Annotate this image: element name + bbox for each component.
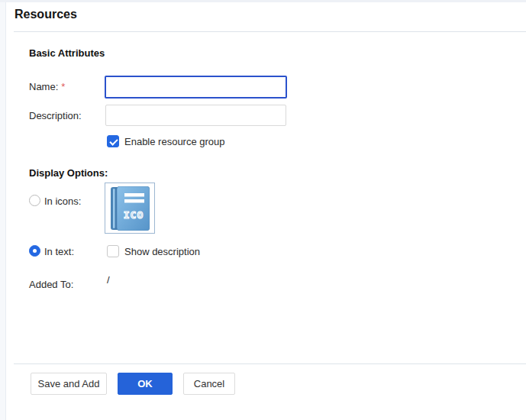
basic-attributes-heading: Basic Attributes [29, 47, 105, 59]
enable-resource-group-checkbox[interactable] [107, 135, 119, 147]
resource-icon-option[interactable]: ICO [105, 183, 155, 234]
page-title: Resources [15, 8, 77, 21]
footer-divider [14, 363, 526, 364]
in-text-radio[interactable] [29, 245, 40, 257]
save-and-add-button[interactable]: Save and Add [31, 373, 107, 395]
description-input[interactable] [105, 105, 286, 126]
display-options-heading: Display Options: [29, 167, 108, 179]
description-label: Description: [29, 110, 82, 121]
added-to-label: Added To: [29, 279, 73, 290]
resources-form-panel: Resources Basic Attributes Name:* Descri… [0, 0, 526, 420]
resource-book-icon: ICO [110, 186, 150, 231]
left-edge-strip [0, 2, 6, 420]
cancel-button[interactable]: Cancel [183, 373, 235, 395]
in-text-label[interactable]: In text: [44, 246, 74, 257]
required-asterisk: * [61, 81, 65, 92]
in-icons-label[interactable]: In icons: [44, 195, 81, 207]
header-divider [14, 31, 526, 32]
in-icons-radio[interactable] [29, 195, 40, 206]
show-description-label[interactable]: Show description [124, 246, 200, 257]
name-input[interactable] [105, 76, 287, 99]
name-label-text: Name: [29, 81, 58, 92]
top-edge-band [0, 0, 526, 2]
name-label: Name:* [29, 81, 65, 92]
icon-glyph-text: ICO [124, 209, 144, 221]
added-to-value: / [107, 274, 110, 286]
enable-resource-group-label[interactable]: Enable resource group [124, 136, 225, 147]
ok-button[interactable]: OK [118, 373, 173, 395]
show-description-checkbox[interactable] [107, 245, 119, 257]
